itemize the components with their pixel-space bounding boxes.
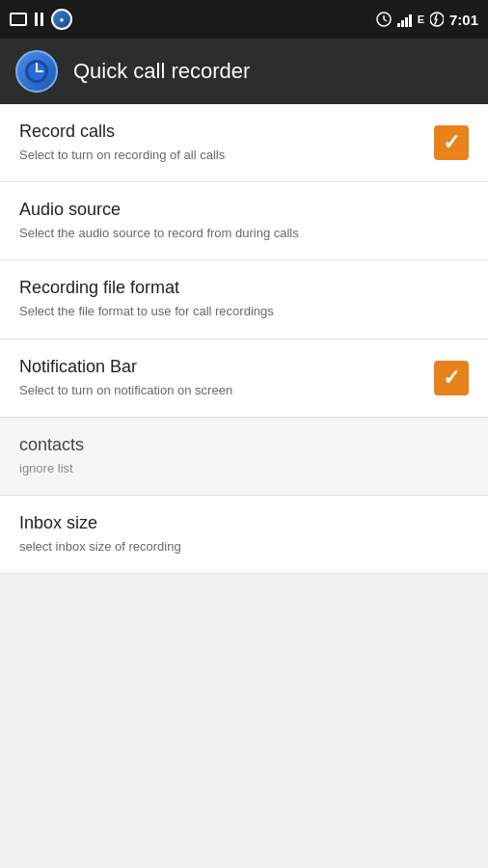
settings-item-record-calls[interactable]: Record callsSelect to turn on recording …	[0, 104, 488, 182]
sync-icon	[430, 11, 444, 28]
checkbox-record-calls[interactable]: ✓	[434, 125, 469, 160]
app-title: Quick call recorder	[73, 59, 250, 84]
network-type-label: E	[418, 14, 424, 25]
settings-item-content-audio-source: Audio sourceSelect the audio source to r…	[19, 200, 469, 242]
settings-item-content-inbox-size: Inbox sizeselect inbox size of recording	[19, 513, 469, 556]
app-header: Quick call recorder	[0, 39, 488, 104]
signal-icon	[397, 12, 412, 27]
settings-item-subtitle-inbox-size: select inbox size of recording	[19, 538, 453, 556]
settings-item-audio-source[interactable]: Audio sourceSelect the audio source to r…	[0, 182, 488, 260]
screen-icon	[10, 13, 27, 26]
checkbox-notification-bar[interactable]: ✓	[434, 361, 469, 395]
settings-item-title-contacts: contacts	[19, 435, 453, 455]
settings-item-content-recording-file-format: Recording file formatSelect the file for…	[19, 278, 469, 320]
settings-item-inbox-size[interactable]: Inbox sizeselect inbox size of recording	[0, 496, 488, 574]
settings-item-title-inbox-size: Inbox size	[19, 513, 453, 533]
settings-item-subtitle-recording-file-format: Select the file format to use for call r…	[19, 303, 453, 320]
settings-item-notification-bar[interactable]: Notification BarSelect to turn on notifi…	[0, 339, 488, 418]
settings-item-title-notification-bar: Notification Bar	[19, 357, 419, 377]
checkmark-notification-bar: ✓	[443, 367, 460, 389]
settings-item-subtitle-record-calls: Select to turn on recording of all calls	[19, 147, 419, 164]
clock-icon	[376, 12, 392, 27]
settings-item-recording-file-format[interactable]: Recording file formatSelect the file for…	[0, 260, 488, 339]
settings-item-content-notification-bar: Notification BarSelect to turn on notifi…	[19, 357, 434, 399]
checkmark-record-calls: ✓	[443, 132, 460, 153]
notification-app-icon: ●	[51, 9, 72, 30]
status-bar-left-icons: ●	[10, 9, 72, 30]
status-bar-right-icons: E 7:01	[376, 11, 478, 28]
settings-item-subtitle-notification-bar: Select to turn on notification on screen	[19, 382, 419, 399]
pause-icon	[35, 13, 43, 26]
settings-item-title-audio-source: Audio source	[19, 200, 453, 220]
svg-line-2	[384, 19, 387, 21]
settings-item-title-record-calls: Record calls	[19, 122, 419, 142]
settings-item-subtitle-contacts: ignore list	[19, 460, 453, 477]
settings-item-content-contacts: contactsignore list	[19, 435, 469, 477]
status-bar: ● E 7:01	[0, 0, 488, 39]
settings-item-title-recording-file-format: Recording file format	[19, 278, 453, 298]
settings-item-content-record-calls: Record callsSelect to turn on recording …	[19, 122, 434, 164]
app-icon	[15, 50, 58, 93]
settings-item-subtitle-audio-source: Select the audio source to record from d…	[19, 225, 453, 242]
settings-list: Record callsSelect to turn on recording …	[0, 104, 488, 574]
time-display: 7:01	[449, 12, 478, 28]
settings-item-contacts[interactable]: contactsignore list	[0, 418, 488, 496]
